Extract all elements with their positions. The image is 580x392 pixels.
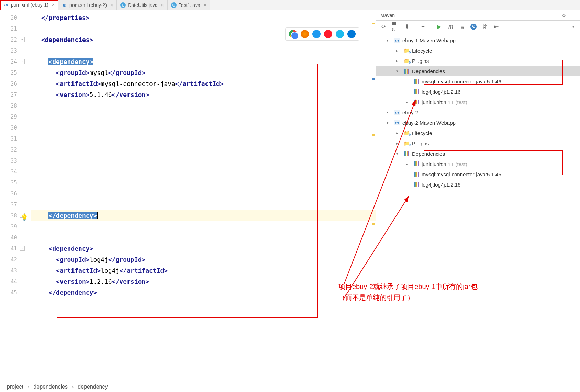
download-icon[interactable]: ⬇ [403, 23, 411, 31]
code-line[interactable] [31, 122, 376, 133]
edge-icon[interactable] [347, 30, 356, 38]
skip-tests-icon[interactable]: ↯ [470, 24, 477, 30]
breadcrumb-item[interactable]: dependencies [33, 384, 68, 390]
fold-icon[interactable]: − [20, 59, 25, 64]
code-line[interactable] [31, 133, 376, 144]
fold-icon[interactable]: − [20, 246, 25, 251]
tree-node[interactable]: ▸📁⚙Lifecycle [376, 128, 580, 138]
expand-icon[interactable]: ▾ [396, 69, 402, 74]
expand-icon[interactable]: ▸ [396, 131, 402, 135]
code-line[interactable] [31, 199, 376, 210]
tree-label: junit:junit:4.11 [422, 161, 454, 167]
more-icon[interactable]: » [569, 23, 577, 31]
breadcrumb-item[interactable]: project [7, 384, 23, 390]
tree-node[interactable]: log4j:log4j:1.2.16 [376, 87, 580, 97]
code-line[interactable]: <dependency> [31, 56, 376, 67]
folder-icon: 📁⚙ [403, 58, 410, 64]
code-line[interactable]: <artifactId>mysql-connector-java</artifa… [31, 78, 376, 89]
code-line[interactable]: <version>1.2.16</version> [31, 276, 376, 287]
collapse-icon[interactable]: ⇤ [492, 23, 500, 31]
run-icon[interactable]: ▶ [435, 23, 443, 31]
code-line[interactable] [31, 221, 376, 232]
code-line[interactable]: <version>5.1.46</version> [31, 89, 376, 100]
code-line[interactable]: </dependency> [31, 210, 376, 221]
tree-label: ebuy-1 Maven Webapp [402, 37, 456, 43]
jar-icon [413, 172, 420, 177]
toggle-offline-icon[interactable]: ⏛ [459, 23, 466, 31]
breadcrumb[interactable]: project›dependencies›dependency [0, 381, 580, 392]
close-icon[interactable]: × [161, 2, 164, 8]
code-line[interactable] [31, 232, 376, 243]
settings-icon[interactable]: ⚙ [562, 13, 566, 18]
expand-icon[interactable]: ▸ [396, 141, 402, 146]
code-line[interactable] [31, 155, 376, 166]
editor-tab[interactable]: mpom.xml (ebuy-2)× [58, 0, 117, 10]
expand-icon[interactable]: ▸ [406, 100, 411, 104]
tree-node[interactable]: log4j:log4j:1.2.16 [376, 179, 580, 190]
tree-node[interactable]: ▾Dependencies [376, 66, 580, 76]
firefox-icon[interactable] [301, 30, 309, 38]
code-line[interactable] [31, 177, 376, 188]
tree-node[interactable]: ▾mebuy-2 Maven Webapp [376, 117, 580, 128]
code-line[interactable] [31, 111, 376, 122]
close-icon[interactable]: × [52, 2, 55, 8]
safari-icon[interactable] [312, 30, 321, 38]
dependencies-icon [403, 69, 410, 74]
tree-node[interactable]: ▸📁⚙Plugins [376, 138, 580, 148]
scope-note: (test) [456, 99, 467, 105]
tree-node[interactable]: ▸mebuy-2 [376, 107, 580, 117]
expand-icon[interactable]: ▸ [396, 48, 402, 53]
chrome-icon[interactable] [289, 30, 297, 38]
opera-icon[interactable] [324, 30, 332, 38]
ie-icon[interactable] [336, 30, 344, 38]
expand-icon[interactable]: ▸ [387, 110, 392, 115]
breadcrumb-item[interactable]: dependency [78, 384, 108, 390]
add-icon[interactable]: ＋ [419, 23, 427, 31]
code-line[interactable] [31, 100, 376, 111]
minimize-icon[interactable]: — [571, 13, 576, 18]
tree-label: ebuy-2 Maven Webapp [402, 120, 456, 126]
maven-tree[interactable]: ▾mebuy-1 Maven Webapp▸📁⚙Lifecycle▸📁⚙Plug… [376, 33, 580, 381]
editor-tab[interactable]: mpom.xml (ebuy-1)× [0, 0, 58, 10]
annotation-line1: 项目ebuy-2就继承了项目ebuy-1中所有的jar包 [338, 281, 478, 292]
code-line[interactable]: <artifactId>log4j</artifactId> [31, 265, 376, 276]
code-line[interactable]: <groupId>mysql</groupId> [31, 67, 376, 78]
close-icon[interactable]: × [204, 2, 207, 8]
tree-label: log4j:log4j:1.2.16 [422, 182, 460, 188]
tree-node[interactable]: ▸📁⚙Plugins [376, 56, 580, 66]
code-line[interactable]: </dependency> [31, 287, 376, 298]
tree-node[interactable]: mysql:mysql-connector-java:5.1.46 [376, 169, 580, 179]
code-line[interactable]: <dependency> [31, 243, 376, 254]
fold-icon[interactable]: − [20, 37, 25, 42]
code-area[interactable]: </properties> <dependencies> <dependency… [31, 10, 376, 381]
expand-icon[interactable]: ▸ [406, 162, 411, 166]
show-deps-icon[interactable]: ⇵ [481, 23, 488, 31]
tree-label: ebuy-2 [402, 110, 418, 115]
reimport-icon[interactable]: ⟳ [380, 23, 387, 31]
editor-tab[interactable]: CDateUtils.java× [117, 0, 168, 10]
code-line[interactable]: </properties> [31, 12, 376, 23]
expand-icon[interactable]: ▾ [396, 152, 402, 156]
expand-icon[interactable]: ▾ [387, 38, 392, 43]
tree-node[interactable]: ▸📁⚙Lifecycle [376, 45, 580, 56]
code-line[interactable] [31, 45, 376, 56]
code-line[interactable] [31, 144, 376, 155]
expand-icon[interactable]: ▾ [387, 121, 392, 125]
code-line[interactable]: <groupId>log4j</groupId> [31, 254, 376, 265]
browser-preview-icons [285, 27, 359, 41]
tree-node[interactable]: ▸junit:junit:4.11(test) [376, 159, 580, 169]
code-line[interactable] [31, 166, 376, 177]
editor-tab[interactable]: CTest1.java× [168, 0, 210, 10]
jar-icon [413, 100, 420, 104]
tree-node[interactable]: ▾Dependencies [376, 148, 580, 159]
code-line[interactable] [31, 188, 376, 199]
tree-node[interactable]: ▸junit:junit:4.11(test) [376, 97, 580, 107]
generate-sources-icon[interactable]: 🖿↻ [391, 23, 399, 31]
expand-icon[interactable]: ▸ [396, 59, 402, 63]
close-icon[interactable]: × [110, 2, 113, 8]
jar-icon [413, 182, 420, 187]
maven-title: Maven [380, 13, 395, 18]
m-icon[interactable]: m [447, 23, 455, 31]
tree-node[interactable]: mysql:mysql-connector-java:5.1.46 [376, 76, 580, 87]
tree-node[interactable]: ▾mebuy-1 Maven Webapp [376, 35, 580, 45]
